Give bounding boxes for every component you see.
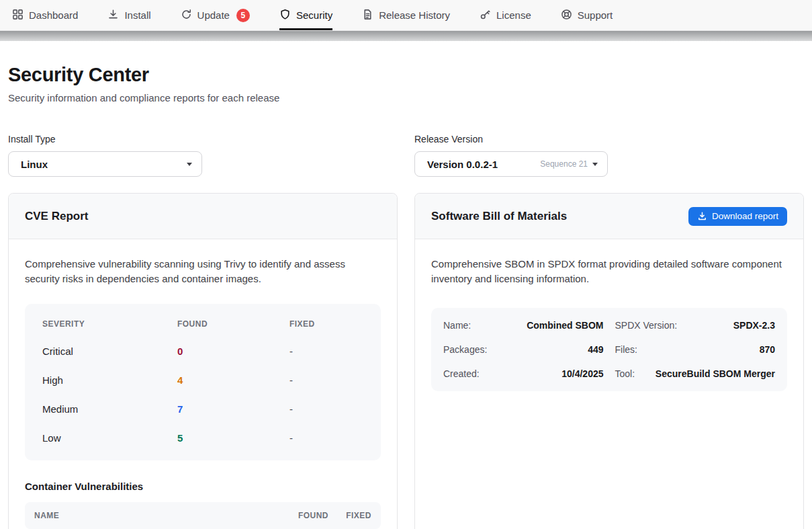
col-header-severity: SEVERITY: [42, 319, 177, 329]
detail-row-packages: Packages: 449: [443, 337, 604, 362]
detail-value: 449: [588, 344, 603, 355]
nav-item-license[interactable]: License: [480, 0, 531, 30]
license-key-icon: [480, 9, 491, 22]
release-version-value: Version 0.0.2-1: [427, 159, 540, 170]
sbom-card: Software Bill of Materials Download repo…: [414, 193, 804, 529]
nav-item-security[interactable]: Security: [279, 0, 332, 30]
install-type-value: Linux: [21, 159, 187, 170]
nav-item-label: Support: [578, 9, 613, 21]
cve-description: Comprehensive vulnerability scanning usi…: [25, 257, 381, 286]
release-sequence-label: Sequence 21: [540, 159, 588, 169]
chevron-down-icon: [187, 163, 192, 166]
support-icon: [561, 9, 572, 22]
sbom-description: Comprehensive SBOM in SPDX format provid…: [431, 257, 787, 286]
nav-item-label: Security: [296, 9, 332, 21]
col-header-fixed: FIXED: [328, 511, 371, 520]
download-icon: [697, 211, 707, 221]
page-subtitle: Security information and compliance repo…: [8, 92, 804, 104]
detail-row-files: Files: 870: [615, 337, 776, 362]
detail-label: Packages:: [443, 344, 487, 355]
detail-value: Combined SBOM: [527, 320, 603, 331]
severity-fixed-count: -: [289, 403, 363, 415]
severity-name: Low: [42, 432, 177, 444]
chevron-down-icon: [592, 163, 598, 166]
col-header-found: FOUND: [277, 511, 328, 520]
severity-name: Critical: [42, 345, 177, 357]
install-type-select[interactable]: Linux: [8, 151, 202, 177]
nav-item-install[interactable]: Install: [107, 0, 150, 30]
nav-item-label: License: [496, 9, 531, 21]
severity-found-count: 7: [177, 403, 289, 415]
release-version-label: Release Version: [414, 134, 804, 145]
col-header-name: NAME: [34, 511, 277, 520]
download-button-label: Download report: [712, 211, 778, 221]
severity-name: High: [42, 374, 177, 386]
sbom-card-title: Software Bill of Materials: [431, 210, 567, 223]
detail-value: SPDX-2.3: [733, 320, 775, 331]
top-navigation: Dashboard Install Update 5 Security: [0, 0, 812, 31]
detail-row-tool: Tool: SecureBuild SBOM Merger: [615, 362, 776, 386]
severity-table: SEVERITY FOUND FIXED Critical 0 - High 4…: [25, 304, 381, 460]
table-row: High 4 -: [42, 366, 363, 395]
release-history-icon: [362, 9, 373, 22]
col-header-fixed: FIXED: [289, 319, 363, 329]
dashboard-icon: [12, 9, 24, 22]
container-vulnerabilities-header: NAME FOUND FIXED: [25, 502, 381, 529]
detail-label: Created:: [443, 368, 480, 379]
severity-found-count: 4: [177, 374, 289, 386]
detail-value: 10/4/2025: [561, 368, 603, 379]
filters-row: Install Type Linux Release Version Versi…: [8, 134, 804, 177]
nav-item-label: Dashboard: [29, 9, 78, 21]
nav-item-support[interactable]: Support: [561, 0, 613, 30]
severity-found-count: 0: [177, 345, 289, 357]
severity-found-count: 5: [177, 432, 289, 444]
security-shield-icon: [279, 9, 291, 22]
severity-name: Medium: [42, 403, 177, 415]
severity-fixed-count: -: [289, 432, 363, 444]
detail-label: Tool:: [615, 368, 635, 379]
sbom-details-grid: Name: Combined SBOM SPDX Version: SPDX-2…: [431, 308, 787, 391]
nav-item-label: Release History: [379, 9, 450, 21]
update-icon: [181, 9, 192, 22]
severity-table-header: SEVERITY FOUND FIXED: [42, 309, 363, 337]
nav-item-update[interactable]: Update 5: [181, 0, 250, 30]
severity-fixed-count: -: [289, 374, 363, 386]
container-vulnerabilities-title: Container Vulnerabilities: [25, 481, 381, 492]
detail-label: SPDX Version:: [615, 320, 678, 331]
release-version-select[interactable]: Version 0.0.2-1 Sequence 21: [414, 151, 608, 177]
sbom-card-header: Software Bill of Materials Download repo…: [415, 194, 803, 239]
table-row: Low 5 -: [42, 423, 363, 452]
install-type-label: Install Type: [8, 134, 398, 145]
cve-card-header: CVE Report: [9, 194, 397, 239]
severity-fixed-count: -: [289, 345, 363, 357]
install-icon: [107, 9, 119, 22]
col-header-found: FOUND: [177, 319, 289, 329]
detail-label: Name:: [443, 320, 471, 331]
nav-item-release-history[interactable]: Release History: [362, 0, 450, 30]
detail-value: 870: [760, 344, 775, 355]
detail-label: Files:: [615, 344, 637, 355]
table-row: Critical 0 -: [42, 337, 363, 366]
detail-row-spdx-version: SPDX Version: SPDX-2.3: [615, 313, 776, 337]
nav-item-label: Install: [124, 9, 150, 21]
table-row: Medium 7 -: [42, 395, 363, 423]
window-divider-band: [0, 31, 812, 41]
detail-row-name: Name: Combined SBOM: [443, 313, 604, 337]
cve-card-title: CVE Report: [25, 210, 88, 223]
download-report-button[interactable]: Download report: [688, 207, 787, 226]
update-count-badge: 5: [236, 9, 250, 22]
cve-report-card: CVE Report Comprehensive vulnerability s…: [8, 193, 398, 529]
detail-value: SecureBuild SBOM Merger: [656, 368, 775, 379]
page-title: Security Center: [8, 64, 804, 86]
nav-item-dashboard[interactable]: Dashboard: [12, 0, 78, 30]
detail-row-created: Created: 10/4/2025: [443, 362, 604, 386]
nav-item-label: Update: [197, 9, 230, 21]
